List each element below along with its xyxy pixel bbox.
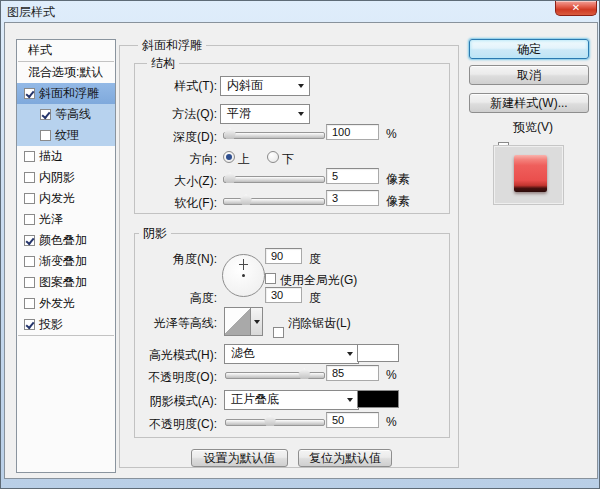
sidebar-item-label: 纹理 xyxy=(55,125,79,146)
size-slider[interactable] xyxy=(223,172,323,184)
cancel-button[interactable]: 取消 xyxy=(469,65,589,85)
layer-style-dialog: 图层样式 ✕ 样式 混合选项:默认 斜面和浮雕 等高线 纹理 描边 xyxy=(0,0,600,489)
soften-slider-thumb[interactable] xyxy=(240,194,252,205)
styles-list: 样式 混合选项:默认 斜面和浮雕 等高线 纹理 描边 内阴影 内发光 xyxy=(16,39,116,473)
gradient-overlay-checkbox[interactable] xyxy=(24,256,35,267)
shadow-opacity-unit: % xyxy=(386,415,397,429)
sidebar-item-label: 渐变叠加 xyxy=(39,251,87,272)
anti-alias-label: 消除锯齿(L) xyxy=(288,315,351,332)
angle-dial-needle xyxy=(239,264,248,265)
structure-group-title: 结构 xyxy=(147,56,179,70)
sidebar-item-contour[interactable]: 等高线 xyxy=(17,104,115,125)
close-button[interactable]: ✕ xyxy=(555,1,597,16)
highlight-mode-dropdown[interactable]: 滤色 xyxy=(224,344,359,364)
sidebar-item-label: 图案叠加 xyxy=(39,272,87,293)
size-label: 大小(Z): xyxy=(134,173,217,190)
direction-label: 方向: xyxy=(134,151,217,168)
stroke-checkbox[interactable] xyxy=(24,151,35,162)
sidebar-item-styles[interactable]: 样式 xyxy=(17,40,115,61)
panel-title: 斜面和浮雕 xyxy=(138,38,206,52)
sidebar-item-drop-shadow[interactable]: 投影 xyxy=(17,314,115,335)
set-defaults-button[interactable]: 设置为默认值 xyxy=(191,449,288,467)
style-label: 样式(T): xyxy=(134,78,217,95)
sidebar-item-label: 等高线 xyxy=(55,104,91,125)
gloss-contour-label: 光泽等高线: xyxy=(134,315,217,332)
technique-dropdown[interactable]: 平滑 xyxy=(220,104,310,124)
sidebar-item-pattern-overlay[interactable]: 图案叠加 xyxy=(17,272,115,293)
sidebar-item-label: 混合选项:默认 xyxy=(28,62,103,83)
sidebar-item-blending-options[interactable]: 混合选项:默认 xyxy=(17,62,115,83)
depth-slider[interactable] xyxy=(223,128,323,140)
shadow-mode-value: 正片叠底 xyxy=(231,392,279,406)
preview-layer-image xyxy=(514,155,547,192)
pattern-overlay-checkbox[interactable] xyxy=(24,277,35,288)
altitude-input[interactable]: 30 xyxy=(265,287,302,303)
anti-alias-checkbox[interactable] xyxy=(273,327,284,338)
highlight-opacity-input[interactable]: 85 xyxy=(326,365,379,381)
shadow-mode-dropdown[interactable]: 正片叠底 xyxy=(224,390,359,410)
satin-checkbox[interactable] xyxy=(24,214,35,225)
gloss-contour-swatch[interactable] xyxy=(224,307,251,336)
inner-shadow-checkbox[interactable] xyxy=(24,172,35,183)
angle-input[interactable]: 90 xyxy=(265,248,302,264)
angle-dial[interactable] xyxy=(222,254,265,297)
reset-defaults-button[interactable]: 复位为默认值 xyxy=(298,449,392,467)
shadow-opacity-thumb[interactable] xyxy=(264,415,276,426)
bevel-emboss-checkbox[interactable] xyxy=(24,88,35,99)
texture-checkbox[interactable] xyxy=(40,130,51,141)
titlebar[interactable]: 图层样式 xyxy=(1,1,599,22)
size-slider-track[interactable] xyxy=(223,176,325,183)
close-icon: ✕ xyxy=(572,2,580,13)
highlight-opacity-unit: % xyxy=(386,368,397,382)
sidebar-item-bevel-emboss[interactable]: 斜面和浮雕 xyxy=(17,83,115,104)
sidebar-item-outer-glow[interactable]: 外发光 xyxy=(17,293,115,314)
size-slider-thumb[interactable] xyxy=(224,172,236,183)
soften-slider-track[interactable] xyxy=(223,198,325,205)
sidebar-item-label: 内阴影 xyxy=(39,167,75,188)
direction-down-radio[interactable] xyxy=(267,151,279,163)
technique-dropdown-value: 平滑 xyxy=(227,106,251,120)
gloss-contour-picker-button[interactable] xyxy=(250,307,263,336)
drop-shadow-checkbox[interactable] xyxy=(24,319,35,330)
chevron-down-icon xyxy=(298,84,304,88)
soften-slider[interactable] xyxy=(223,194,323,206)
sidebar-item-texture[interactable]: 纹理 xyxy=(17,125,115,146)
soften-input[interactable]: 3 xyxy=(326,190,379,206)
ok-button[interactable]: 确定 xyxy=(469,39,589,59)
style-dropdown[interactable]: 内斜面 xyxy=(220,76,310,96)
sidebar-item-gradient-overlay[interactable]: 渐变叠加 xyxy=(17,251,115,272)
sidebar-separator xyxy=(18,335,114,336)
direction-up-radio[interactable] xyxy=(223,151,235,163)
shadow-opacity-slider[interactable] xyxy=(225,415,323,427)
direction-up-label: 上 xyxy=(238,151,250,168)
sidebar-item-inner-glow[interactable]: 内发光 xyxy=(17,188,115,209)
contour-checkbox[interactable] xyxy=(40,109,51,120)
highlight-color-swatch[interactable] xyxy=(357,344,399,362)
inner-glow-checkbox[interactable] xyxy=(24,193,35,204)
color-overlay-checkbox[interactable] xyxy=(24,235,35,246)
depth-input[interactable]: 100 xyxy=(326,124,379,140)
sidebar-item-inner-shadow[interactable]: 内阴影 xyxy=(17,167,115,188)
size-input[interactable]: 5 xyxy=(326,168,379,184)
preview-label: 预览(V) xyxy=(513,119,553,136)
sidebar-item-color-overlay[interactable]: 颜色叠加 xyxy=(17,230,115,251)
shadow-opacity-label: 不透明度(C): xyxy=(134,416,217,433)
highlight-opacity-slider[interactable] xyxy=(225,368,323,380)
highlight-opacity-thumb[interactable] xyxy=(298,368,310,379)
chevron-down-icon xyxy=(347,352,353,356)
new-style-button[interactable]: 新建样式(W)... xyxy=(469,93,589,113)
depth-slider-track[interactable] xyxy=(223,132,325,139)
use-global-light-checkbox[interactable] xyxy=(265,273,276,284)
shadow-mode-label: 阴影模式(A): xyxy=(134,393,217,410)
depth-unit: % xyxy=(386,127,397,141)
angle-unit: 度 xyxy=(309,251,321,268)
sidebar-item-stroke[interactable]: 描边 xyxy=(17,146,115,167)
outer-glow-checkbox[interactable] xyxy=(24,298,35,309)
depth-slider-thumb[interactable] xyxy=(224,128,236,139)
sidebar-item-satin[interactable]: 光泽 xyxy=(17,209,115,230)
shadow-color-swatch[interactable] xyxy=(357,390,399,408)
sidebar-item-label: 内发光 xyxy=(39,188,75,209)
sidebar-item-label: 斜面和浮雕 xyxy=(39,83,99,104)
depth-label: 深度(D): xyxy=(134,129,217,146)
shadow-opacity-input[interactable]: 50 xyxy=(326,412,379,428)
